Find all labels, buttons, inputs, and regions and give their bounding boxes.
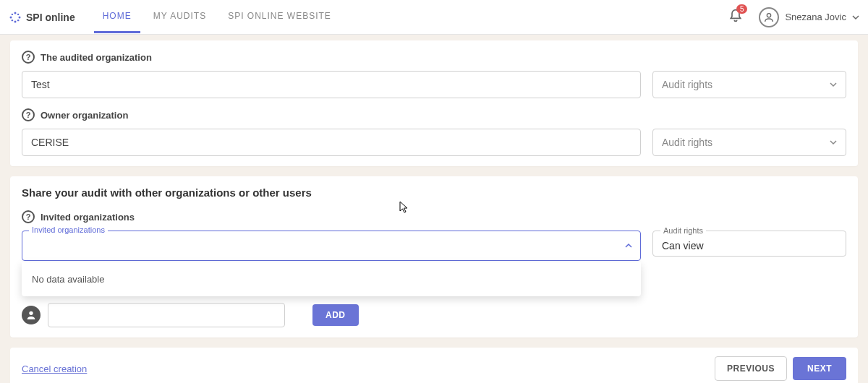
help-icon[interactable]: ?	[22, 108, 35, 121]
share-rights-label: Audit rights	[660, 226, 706, 235]
svg-point-0	[14, 12, 17, 14]
svg-point-4	[12, 13, 13, 14]
invited-org-input[interactable]	[22, 231, 641, 261]
audited-org-label: The audited organization	[41, 52, 152, 63]
nav-spi-website[interactable]: SPI ONLINE WEBSITE	[219, 1, 340, 33]
share-card: Share your audit with other organization…	[10, 176, 858, 337]
audited-org-label-row: ? The audited organization	[22, 51, 846, 64]
next-button[interactable]: NEXT	[793, 357, 846, 380]
brand-icon	[9, 11, 22, 24]
svg-point-2	[10, 16, 12, 18]
svg-point-5	[17, 13, 19, 14]
svg-point-9	[29, 311, 33, 315]
invited-org-label-row: ? Invited organizations	[22, 210, 846, 223]
notifications-button[interactable]: 5	[728, 9, 743, 25]
invited-org-label: Invited organizations	[41, 212, 135, 223]
invited-org-dropdown[interactable]: No data available	[22, 262, 641, 296]
svg-point-8	[767, 13, 771, 17]
user-menu[interactable]: Snezana Jovic	[759, 7, 859, 27]
nav-home[interactable]: HOME	[94, 1, 140, 33]
organization-card: ? The audited organization Audit rights …	[10, 40, 858, 166]
brand-text: SPI online	[26, 12, 75, 23]
owner-org-label-row: ? Owner organization	[22, 108, 846, 121]
share-rights-select[interactable]: Audit rights Can view	[652, 231, 846, 257]
previous-button[interactable]: PREVIOUS	[715, 356, 787, 381]
owner-org-label: Owner organization	[41, 110, 128, 121]
chevron-down-icon	[830, 81, 837, 88]
svg-point-6	[12, 19, 13, 20]
person-icon	[22, 306, 41, 324]
user-name: Snezana Jovic	[785, 12, 846, 22]
owner-rights-select[interactable]: Audit rights	[652, 129, 846, 156]
nav-my-audits[interactable]: MY AUDITS	[145, 1, 215, 33]
notification-badge: 5	[736, 4, 748, 14]
brand-logo[interactable]: SPI online	[9, 11, 75, 24]
footer-card: Cancel creation PREVIOUS NEXT	[10, 348, 858, 383]
chevron-down-icon	[830, 139, 837, 146]
cancel-creation-link[interactable]: Cancel creation	[22, 363, 87, 374]
add-button[interactable]: ADD	[312, 304, 359, 326]
top-nav: SPI online HOME MY AUDITS SPI ONLINE WEB…	[0, 0, 868, 35]
nav-links: HOME MY AUDITS SPI ONLINE WEBSITE	[94, 1, 340, 33]
invited-org-combo[interactable]: Invited organizations No data available	[22, 231, 641, 261]
help-icon[interactable]: ?	[22, 51, 35, 64]
audited-org-input[interactable]	[22, 71, 641, 98]
svg-point-7	[17, 19, 19, 20]
avatar-icon	[759, 7, 779, 27]
audited-rights-placeholder: Audit rights	[662, 79, 712, 90]
help-icon[interactable]: ?	[22, 210, 35, 223]
svg-point-3	[19, 16, 21, 18]
owner-rights-placeholder: Audit rights	[662, 137, 712, 148]
share-title: Share your audit with other organization…	[22, 186, 846, 199]
invited-user-row: ADD	[22, 303, 846, 327]
owner-org-input[interactable]	[22, 129, 641, 156]
svg-point-1	[14, 20, 17, 22]
invited-user-input[interactable]	[48, 303, 285, 327]
combo-floating-label: Invited organizations	[29, 225, 108, 234]
chevron-up-icon	[625, 242, 632, 249]
chevron-down-icon	[852, 14, 859, 21]
audited-rights-select[interactable]: Audit rights	[652, 71, 846, 98]
share-rights-value: Can view	[662, 240, 704, 251]
dropdown-empty-text: No data available	[32, 274, 631, 285]
